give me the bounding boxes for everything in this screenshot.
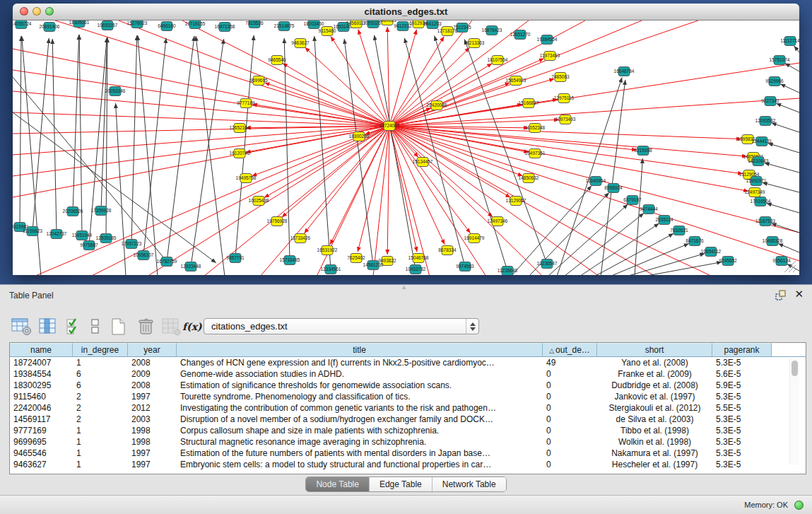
network-canvas[interactable]: 1405572420891406183050611065326715276023… xyxy=(13,21,799,275)
function-builder-icon[interactable]: f(x) xyxy=(182,317,202,336)
graph-edge[interactable] xyxy=(564,214,644,275)
graph-edge[interactable] xyxy=(601,80,625,275)
graph-edge[interactable] xyxy=(763,182,799,192)
table-cell: 18300295 xyxy=(10,380,73,391)
float-panel-icon[interactable] xyxy=(775,290,787,301)
graph-edge[interactable] xyxy=(643,262,722,275)
graph-edge[interactable] xyxy=(389,126,748,191)
graph-edge[interactable] xyxy=(191,39,224,267)
graph-edge[interactable] xyxy=(389,126,741,139)
graph-edge[interactable] xyxy=(785,63,799,71)
graph-edge[interactable] xyxy=(387,126,389,255)
create-column-icon[interactable] xyxy=(107,317,129,336)
graph-edge[interactable] xyxy=(373,126,389,275)
graph-edge[interactable] xyxy=(131,35,137,244)
table-cell: 5.3E-5 xyxy=(712,459,772,470)
graph-edge[interactable] xyxy=(389,63,799,126)
column-header-year[interactable]: year xyxy=(128,343,177,356)
tab-node-table[interactable]: Node Table xyxy=(306,477,369,491)
window-titlebar[interactable]: citations_edges.txt xyxy=(13,4,799,21)
tab-edge-table[interactable]: Edge Table xyxy=(369,477,432,491)
graph-node-label: 17359928 xyxy=(91,208,112,213)
panel-collapse-handle[interactable]: ▲ xyxy=(401,284,407,291)
graph-edge[interactable] xyxy=(389,126,599,275)
graph-edge[interactable] xyxy=(389,21,472,126)
graph-edge[interactable] xyxy=(116,103,126,275)
show-columns-icon[interactable] xyxy=(38,317,59,336)
close-panel-icon[interactable]: ✕ xyxy=(794,288,804,300)
graph-edge[interactable] xyxy=(167,36,194,262)
graph-edge[interactable] xyxy=(79,35,82,235)
vertical-scrollbar-thumb[interactable] xyxy=(792,361,798,376)
table-cell: 2008 xyxy=(128,380,177,391)
table-row[interactable]: 1938455462009Genome-wide association stu… xyxy=(10,368,806,380)
graph-edge[interactable] xyxy=(389,126,712,275)
memory-status-icon[interactable] xyxy=(794,501,804,510)
graph-edge[interactable] xyxy=(13,126,389,197)
table-mode-icon[interactable] xyxy=(11,317,33,336)
graph-edge[interactable] xyxy=(778,243,799,252)
graph-node-label: 12718176 xyxy=(437,28,458,33)
column-header-name[interactable]: name xyxy=(10,343,73,356)
graph-edge[interactable] xyxy=(389,21,529,126)
graph-edge[interactable] xyxy=(772,123,799,132)
graph-edge[interactable] xyxy=(305,126,389,233)
graph-edge[interactable] xyxy=(389,98,799,126)
graph-edge[interactable] xyxy=(13,126,389,176)
network-window[interactable]: citations_edges.txt 14055724208914061830… xyxy=(13,4,799,274)
network-graph[interactable]: 1405572420891406183050611065326715276023… xyxy=(13,21,799,275)
memory-status-label: Memory: OK xyxy=(744,496,788,514)
graph-edge[interactable] xyxy=(284,38,290,260)
column-header-pagerank[interactable]: pagerank xyxy=(712,343,772,356)
graph-edge[interactable] xyxy=(389,126,471,233)
graph-edge[interactable] xyxy=(331,37,389,126)
graph-edge[interactable] xyxy=(765,163,799,173)
graph-edge[interactable] xyxy=(776,103,799,112)
graph-edge[interactable] xyxy=(772,223,799,233)
graph-edge[interactable] xyxy=(204,126,389,275)
row-height-icon[interactable] xyxy=(89,317,102,336)
graph-edge[interactable] xyxy=(389,126,747,156)
graph-edge[interactable] xyxy=(626,254,705,275)
tab-network-table[interactable]: Network Table xyxy=(432,477,506,491)
table-row[interactable]: 946362711997Embryonic stem cells: a mode… xyxy=(10,459,806,470)
graph-edge[interactable] xyxy=(52,39,57,234)
table-row[interactable]: 969969511998Structural magnetic resonanc… xyxy=(10,436,806,448)
graph-edge[interactable] xyxy=(34,126,389,275)
graph-edge[interactable] xyxy=(235,35,254,258)
graph-edge[interactable] xyxy=(579,223,659,275)
graph-edge[interactable] xyxy=(768,144,799,153)
select-columns-icon[interactable] xyxy=(65,317,86,336)
table-row[interactable]: 1872400712008Changes of HCN gene express… xyxy=(10,357,806,368)
graph-edge[interactable] xyxy=(13,126,389,155)
graph-edge[interactable] xyxy=(196,36,225,275)
table-row[interactable]: 946554611997Estimation of the future num… xyxy=(10,448,806,459)
table-row[interactable]: 2242004622012Investigating the contribut… xyxy=(10,402,806,414)
graph-edge[interactable] xyxy=(20,36,21,227)
graph-edge[interactable] xyxy=(264,126,389,198)
table-row[interactable]: 911546021997Tourette syndrome. Phenomeno… xyxy=(10,391,806,402)
table-row[interactable]: 977716911998Corpus callosum shape and si… xyxy=(10,425,806,436)
graph-edge[interactable] xyxy=(780,84,799,93)
vertical-scrollbar[interactable] xyxy=(789,358,799,465)
delete-table-icon[interactable] xyxy=(161,317,182,336)
table-cell: 5.6E-5 xyxy=(712,368,772,380)
table-selector-dropdown[interactable]: citations_edges.txt xyxy=(204,318,479,334)
delete-column-icon[interactable] xyxy=(136,317,157,336)
column-header-in_degree[interactable]: in_degree xyxy=(73,343,128,356)
graph-edge[interactable] xyxy=(767,204,799,213)
graph-edge[interactable] xyxy=(138,35,158,275)
column-header-title[interactable]: title xyxy=(177,343,543,356)
graph-edge[interactable] xyxy=(22,36,41,275)
table-row[interactable]: 1456911722003Disruption of a novel membe… xyxy=(10,414,806,425)
graph-edge[interactable] xyxy=(13,126,389,134)
graph-edge[interactable] xyxy=(557,78,622,275)
graph-edge[interactable] xyxy=(794,46,799,52)
graph-edge[interactable] xyxy=(55,21,389,126)
graph-edge[interactable] xyxy=(389,126,743,174)
column-header-out_de[interactable]: △out_de… xyxy=(543,343,597,356)
table-row[interactable]: 1830029562008Estimation of significance … xyxy=(10,380,806,391)
graph-edge[interactable] xyxy=(635,158,642,275)
graph-edge[interactable] xyxy=(13,91,389,126)
column-header-short[interactable]: short xyxy=(597,343,712,356)
